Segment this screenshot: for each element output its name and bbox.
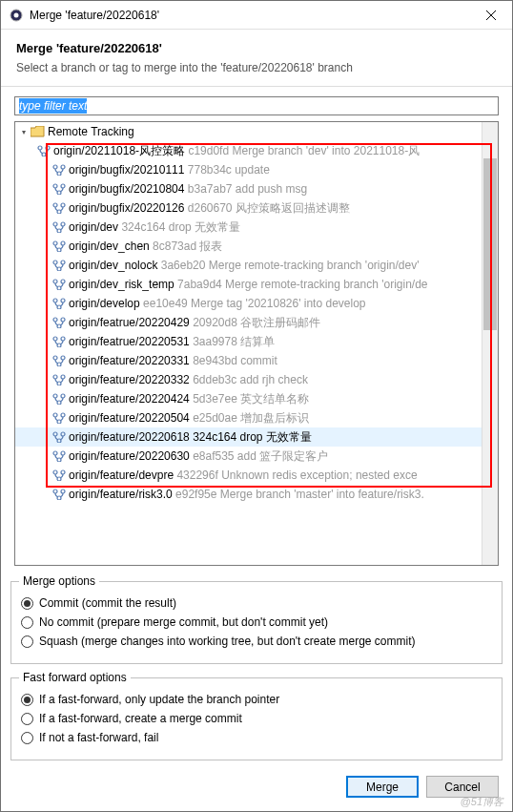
svg-point-7: [53, 165, 57, 169]
filter-input[interactable]: type filter text: [14, 96, 499, 115]
branch-row[interactable]: origin/20211018-风控策略 c19d0fd Merge branc…: [15, 141, 482, 160]
dialog-footer: Merge Cancel: [1, 766, 512, 811]
branch-label: origin/dev 324c164 drop 无效常量: [67, 219, 240, 236]
svg-point-38: [61, 356, 65, 360]
branch-row[interactable]: origin/bugfix/20220126 d260670 风控策略返回描述调…: [15, 198, 482, 218]
ff-options-legend: Fast forward options: [19, 671, 131, 684]
branch-icon: [51, 201, 67, 215]
branch-row[interactable]: origin/feature/20220630 e8af535 add 篮子限定…: [15, 447, 482, 466]
branch-icon: [51, 182, 67, 196]
branch-row[interactable]: origin/dev_nolock 3a6eb20 Merge remote-t…: [15, 256, 482, 275]
branch-row[interactable]: origin/feature/20220331 8e943bd commit: [15, 351, 482, 370]
radio-label: If a fast-forward, only update the branc…: [39, 693, 279, 706]
branch-row[interactable]: origin/dev_risk_temp 7aba9d4 Merge remot…: [15, 275, 482, 294]
merge-button[interactable]: Merge: [346, 776, 419, 798]
branch-label: origin/feature/20220424 5d3e7ee 英文结单名称: [67, 391, 309, 407]
branch-row[interactable]: origin/feature/20220424 5d3e7ee 英文结单名称: [15, 389, 482, 408]
branch-label: origin/dev_risk_temp 7aba9d4 Merge remot…: [67, 278, 428, 291]
branch-row[interactable]: origin/feature/devpre 432296f Unknown re…: [15, 466, 482, 485]
branch-icon: [51, 430, 67, 444]
svg-point-40: [53, 375, 57, 379]
svg-point-55: [53, 470, 57, 474]
svg-point-32: [61, 318, 65, 322]
branch-tree: ▾ Remote Tracking origin/20211018-风控策略 c…: [14, 121, 499, 566]
branch-label: origin/feature/devpre 432296f Unknown re…: [67, 468, 418, 482]
svg-point-53: [61, 451, 65, 455]
branch-row[interactable]: origin/dev 324c164 drop 无效常量: [15, 218, 482, 237]
branch-row[interactable]: origin/feature/risk3.0 e92f95e Merge bra…: [15, 485, 482, 504]
branch-label: origin/bugfix/20210111 778b34c update: [67, 163, 270, 177]
branch-icon: [51, 468, 67, 482]
svg-point-41: [61, 375, 65, 379]
branch-row[interactable]: origin/dev_chen 8c873ad 报表: [15, 237, 482, 256]
branch-icon: [51, 335, 67, 348]
tree-folder-remote-tracking[interactable]: ▾ Remote Tracking: [15, 122, 482, 141]
svg-point-49: [53, 432, 57, 436]
branch-label: origin/feature/20220332 6ddeb3c add rjh …: [67, 373, 308, 386]
branch-icon: [51, 373, 67, 386]
radio-icon: [21, 635, 33, 648]
svg-point-34: [53, 337, 57, 341]
branch-row[interactable]: origin/develop ee10e49 Merge tag '202108…: [15, 294, 482, 313]
svg-point-13: [53, 203, 57, 207]
svg-point-14: [61, 203, 65, 207]
branch-label: origin/feature/risk3.0 e92f95e Merge bra…: [67, 488, 424, 501]
svg-point-10: [53, 184, 57, 188]
radio-icon: [21, 616, 33, 629]
branch-label: origin/feature/20220331 8e943bd commit: [67, 354, 277, 367]
svg-point-58: [53, 489, 57, 493]
svg-point-43: [53, 394, 57, 398]
branch-row[interactable]: origin/bugfix/20210804 b3a7ab7 add push …: [15, 179, 482, 198]
branch-icon: [51, 259, 67, 272]
vertical-scrollbar[interactable]: [482, 122, 498, 565]
folder-icon: [31, 125, 46, 138]
ff-option[interactable]: If a fast-forward, create a merge commit: [21, 712, 492, 725]
svg-point-16: [53, 222, 57, 226]
svg-point-17: [61, 222, 65, 226]
radio-icon: [21, 694, 33, 706]
merge-option[interactable]: Squash (merge changes into working tree,…: [21, 635, 492, 648]
ff-option[interactable]: If not a fast-forward, fail: [21, 731, 492, 744]
watermark-text: @51博客: [461, 795, 503, 809]
svg-point-44: [61, 394, 65, 398]
branch-label: origin/bugfix/20220126 d260670 风控策略返回描述调…: [67, 200, 350, 217]
branch-label: origin/20211018-风控策略 c19d0fd Merge branc…: [51, 143, 420, 159]
radio-label: If not a fast-forward, fail: [39, 731, 158, 744]
close-button[interactable]: [469, 1, 512, 30]
header-subtitle: Select a branch or tag to merge into the…: [16, 61, 497, 74]
branch-icon: [51, 278, 67, 291]
branch-icon: [51, 316, 67, 329]
svg-point-26: [61, 280, 65, 283]
radio-icon: [21, 597, 33, 610]
branch-row[interactable]: origin/feature/20220504 e25d0ae 增加盘后标识: [15, 408, 482, 427]
branch-row[interactable]: origin/feature/20220618 324c164 drop 无效常…: [15, 427, 482, 447]
merge-option[interactable]: No commit (prepare merge commit, but don…: [21, 615, 492, 629]
radio-label: Squash (merge changes into working tree,…: [39, 635, 415, 648]
svg-point-59: [61, 489, 65, 493]
branch-row[interactable]: origin/bugfix/20210111 778b34c update: [15, 160, 482, 179]
svg-point-22: [53, 260, 57, 264]
branch-label: origin/featrue/20220531 3aa9978 结算单: [67, 334, 275, 350]
branch-row[interactable]: origin/feature/20220332 6ddeb3c add rjh …: [15, 370, 482, 389]
branch-icon: [51, 220, 67, 234]
svg-point-8: [61, 165, 65, 169]
svg-point-46: [53, 413, 57, 417]
svg-point-11: [61, 184, 65, 188]
branch-label: origin/feature/20220630 e8af535 add 篮子限定…: [67, 448, 328, 465]
ff-options-group: Fast forward options If a fast-forward, …: [10, 677, 503, 760]
svg-point-19: [53, 241, 57, 245]
scrollbar-thumb[interactable]: [483, 158, 497, 330]
branch-label: origin/feature/20220618 324c164 drop 无效常…: [67, 429, 312, 446]
ff-option[interactable]: If a fast-forward, only update the branc…: [21, 693, 492, 706]
branch-icon: [51, 488, 67, 501]
branch-row[interactable]: origin/featrue/20220429 20920d8 谷歌注册码邮件: [15, 313, 482, 332]
twisty-expanded-icon[interactable]: ▾: [17, 128, 31, 136]
merge-option[interactable]: Commit (commit the result): [21, 596, 492, 610]
branch-row[interactable]: origin/featrue/20220531 3aa9978 结算单: [15, 332, 482, 351]
branch-icon: [51, 163, 67, 177]
branch-icon: [51, 239, 67, 253]
svg-point-23: [61, 260, 65, 264]
branch-label: origin/feature/20220504 e25d0ae 增加盘后标识: [67, 410, 309, 427]
tree-scroll[interactable]: ▾ Remote Tracking origin/20211018-风控策略 c…: [15, 122, 482, 565]
titlebar: Merge 'feature/20220618': [1, 1, 512, 30]
